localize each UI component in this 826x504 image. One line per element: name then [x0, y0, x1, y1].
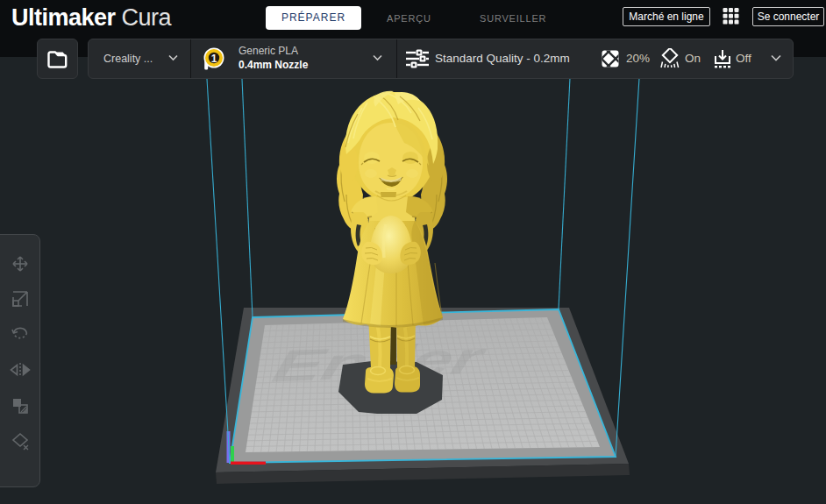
- svg-text:1: 1: [211, 53, 217, 65]
